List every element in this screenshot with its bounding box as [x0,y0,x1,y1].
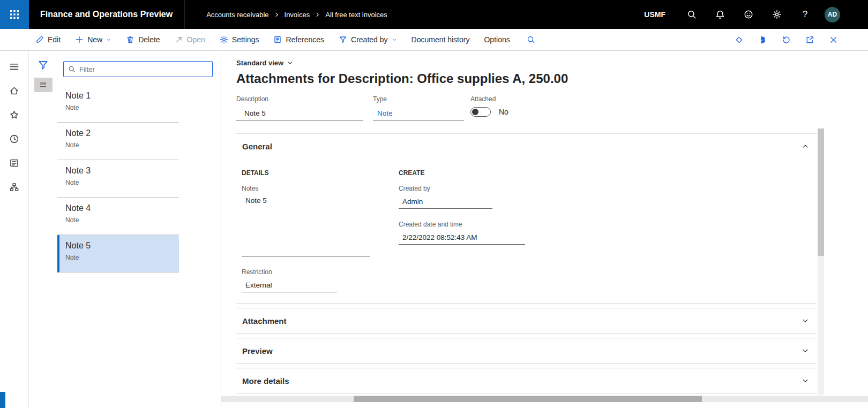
section-attachment: Attachment [236,308,817,334]
settings-menu-button[interactable]: Settings [220,35,259,44]
clock-icon [9,134,19,144]
section-more-details-header[interactable]: More details [236,368,817,393]
chevron-down-icon [802,347,809,354]
user-avatar[interactable]: AD [825,7,840,22]
filter-field [63,61,213,77]
app-window: Finance and Operations Preview Accounts … [0,0,868,408]
document-history-button[interactable]: Document history [411,35,470,44]
dynamics365-icon[interactable] [758,35,767,44]
company-selector[interactable]: USMF [644,10,665,19]
note-type: Note [65,254,179,261]
note-list-item-selected[interactable]: Note 5 Note [57,235,179,273]
page-title: Attachments for Description: Office supp… [236,71,868,86]
topbar-right-group: USMF ? AD [644,0,868,29]
horizontal-scrollbar-thumb[interactable] [354,396,702,402]
create-group: CREATE Created by Admin Created date and… [399,169,527,292]
list-lines-icon [39,81,47,89]
note-list-item[interactable]: Note 4 Note [57,198,179,235]
search-icon [527,35,535,44]
action-search-button[interactable] [527,35,535,44]
vertical-scrollbar[interactable] [818,129,824,395]
power-apps-icon[interactable] [735,35,744,44]
nav-workspaces-button[interactable] [4,153,25,173]
chevron-down-icon [802,377,809,384]
created-datetime-input[interactable]: 2/22/2022 08:52:43 AM [399,230,525,245]
filter-funnel-icon [38,59,49,71]
notes-textarea[interactable]: Note 5 [242,192,370,256]
open-button[interactable]: Open [175,35,205,44]
list-filter-button[interactable] [38,59,49,71]
top-bar: Finance and Operations Preview Accounts … [0,0,868,29]
app-title[interactable]: Finance and Operations Preview [40,10,173,19]
section-attachment-header[interactable]: Attachment [236,308,817,333]
waffle-icon [10,10,19,19]
nav-menu-button[interactable] [4,56,25,77]
created-by-filter-button[interactable]: Created by [339,35,396,44]
search-icon [68,65,76,73]
chevron-down-icon [287,60,293,66]
edit-button[interactable]: Edit [35,35,61,44]
filter-input[interactable] [79,65,208,73]
breadcrumb-item-module[interactable]: Accounts receivable [206,11,268,19]
created-by-input[interactable]: Admin [399,194,492,209]
references-button[interactable]: References [273,35,324,44]
section-general-header[interactable]: General [236,134,817,158]
smiley-icon [744,10,753,19]
list-column: Note 1 Note Note 2 Note Note 3 Note Note… [57,51,221,408]
gear-icon [772,10,782,19]
refresh-icon[interactable] [782,35,791,44]
created-by-field: Created by Admin [399,185,492,209]
global-search-button[interactable] [677,0,706,29]
document-icon [273,35,282,44]
breadcrumb-item-area[interactable]: Invoices [285,11,310,19]
app-launcher-button[interactable] [0,0,29,29]
action-bar-right-group [735,35,868,44]
settings-button[interactable] [762,0,791,29]
note-list-item[interactable]: Note 1 Note [57,85,179,123]
description-input[interactable]: Note 5 [236,106,363,120]
nav-modules-button[interactable] [4,177,25,198]
restriction-field: Restriction External [242,268,337,292]
topbar-divider [184,0,185,29]
options-menu-button[interactable]: Options [484,35,510,44]
note-list-item[interactable]: Note 2 Note [57,123,179,160]
section-preview-header[interactable]: Preview [236,338,817,363]
header-fields-row: Description Note 5 Type Note Attached No [236,95,868,120]
nav-home-button[interactable] [4,80,25,101]
breadcrumb-chevron-icon [274,12,280,18]
vertical-scrollbar-thumb[interactable] [818,129,824,256]
filter-funnel-icon [339,35,347,44]
note-list: Note 1 Note Note 2 Note Note 3 Note Note… [57,85,179,273]
gear-icon [220,35,228,44]
close-icon[interactable] [829,35,838,44]
forms-icon [9,158,19,168]
list-view-toggle-button[interactable] [34,78,53,92]
type-input[interactable]: Note [373,106,464,120]
view-selector[interactable]: Standard view [236,59,293,67]
chevron-down-icon [802,317,809,324]
star-icon [9,110,19,120]
trash-icon [126,35,134,44]
new-button[interactable]: New [75,35,111,44]
note-title: Note 1 [65,91,179,101]
attached-field: Attached No [470,95,508,117]
bell-icon [715,10,725,19]
breadcrumb-item-page[interactable]: All free text invoices [325,11,387,19]
nav-accent-strip [0,392,5,408]
open-in-new-window-icon[interactable] [805,35,814,44]
feedback-button[interactable] [734,0,762,29]
plus-icon [75,35,84,44]
note-type: Note [65,179,179,186]
note-type: Note [65,141,179,149]
note-type: Note [65,216,179,224]
attached-toggle[interactable] [470,107,491,117]
help-button[interactable]: ? [791,0,819,29]
notifications-button[interactable] [706,0,734,29]
nav-favorites-button[interactable] [4,104,25,125]
delete-button[interactable]: Delete [126,35,160,44]
description-label: Description [236,95,363,103]
restriction-input[interactable]: External [242,278,337,292]
note-list-item[interactable]: Note 3 Note [57,160,179,198]
horizontal-scrollbar[interactable] [221,396,868,402]
nav-recent-button[interactable] [4,129,25,149]
